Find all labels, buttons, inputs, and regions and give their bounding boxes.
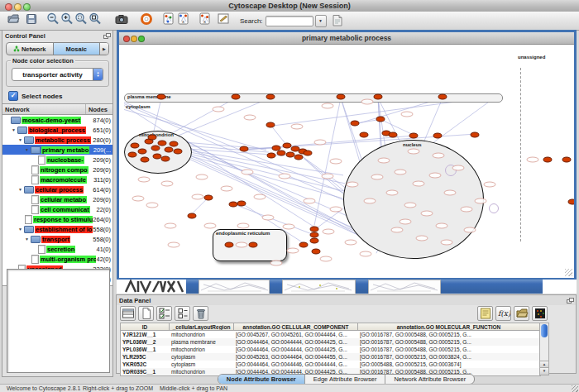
select-nodes-checkbox[interactable]: ✓ xyxy=(8,91,18,101)
graph-node[interactable] xyxy=(131,143,140,149)
tree-row-nitrogen-compo[interactable]: nitrogen compo209(0) xyxy=(2,165,112,174)
graph-node[interactable] xyxy=(433,133,443,139)
tree-row-secretion[interactable]: secretion41(0) xyxy=(2,244,112,254)
graph-node[interactable] xyxy=(310,227,319,232)
background-window-sliver[interactable] xyxy=(356,280,368,294)
graph-node[interactable] xyxy=(568,199,575,205)
float-panel-icon[interactable] xyxy=(103,33,110,39)
tab-network-attribute-browser[interactable]: Network Attribute Browser xyxy=(385,375,474,384)
new-attribute-icon[interactable] xyxy=(138,306,154,321)
table-row[interactable]: YPL036W__2plasma membrane[GO:0044464, GO… xyxy=(121,338,540,346)
graph-node[interactable] xyxy=(188,213,197,219)
tree-row-primary-metabo[interactable]: ▼primary metabo209(... xyxy=(2,145,112,155)
expand-arrow-icon[interactable]: ▼ xyxy=(17,187,23,192)
scrollbar-thumb[interactable] xyxy=(541,324,548,337)
graph-node[interactable] xyxy=(266,94,275,100)
tree-row-biological-process[interactable]: ▼biological_process651(0) xyxy=(2,125,112,135)
tab-node-attribute-browser[interactable]: Node Attribute Browser xyxy=(218,375,304,384)
tree-row-nucleobase-[interactable]: nucleobase-209(0) xyxy=(2,155,112,165)
edge[interactable] xyxy=(154,98,161,131)
tree-row-transport[interactable]: ▼transport558(0) xyxy=(2,234,112,244)
graph-node[interactable] xyxy=(157,94,166,100)
graph-node[interactable] xyxy=(266,122,275,128)
select-attributes-icon[interactable] xyxy=(156,306,172,321)
color-attribute-dropdown[interactable]: transporter activity ▲▼ xyxy=(12,68,103,81)
graph-node[interactable] xyxy=(232,94,241,100)
graph-node[interactable] xyxy=(351,121,360,127)
background-window-sliver[interactable] xyxy=(199,280,270,294)
zoom-selected-icon[interactable] xyxy=(74,12,88,26)
edge[interactable] xyxy=(190,155,364,232)
graph-node[interactable] xyxy=(165,147,174,153)
graph-node[interactable] xyxy=(471,132,480,138)
formula-builder-icon[interactable]: f(x) xyxy=(495,306,511,321)
background-window-sliver[interactable] xyxy=(270,280,282,294)
tree-row-cell-communicat[interactable]: cell communicat22(0) xyxy=(2,204,112,214)
graph-node[interactable] xyxy=(376,117,385,122)
zoom-out-icon[interactable] xyxy=(46,12,60,26)
graph-node[interactable] xyxy=(562,157,572,163)
graph-node[interactable] xyxy=(310,238,319,244)
graph-node[interactable] xyxy=(389,132,398,138)
table-row[interactable]: YJR121W__1mitochondrion[GO:0045267, GO:0… xyxy=(121,331,540,338)
edge[interactable] xyxy=(167,98,236,136)
edge[interactable] xyxy=(189,154,347,192)
notes-icon[interactable] xyxy=(477,306,493,321)
tree-row-cellular-process[interactable]: ▼cellular process614(0) xyxy=(2,184,112,194)
graph-node[interactable] xyxy=(299,242,309,248)
graph-node[interactable] xyxy=(170,141,179,147)
snapshot-icon[interactable] xyxy=(115,12,128,26)
background-window-sliver[interactable] xyxy=(368,280,441,294)
graph-node[interactable] xyxy=(161,156,170,162)
edit-card-icon[interactable] xyxy=(217,12,230,26)
tree-row-response-to-stimulu[interactable]: response to stimulu264(0) xyxy=(2,214,112,224)
graph-node[interactable] xyxy=(249,242,258,248)
graph-node[interactable] xyxy=(374,94,383,100)
tab-network[interactable]: Network xyxy=(7,43,53,55)
open-file-icon[interactable] xyxy=(7,12,20,26)
zoom-fit-icon[interactable] xyxy=(89,12,102,26)
vizmap-card-icon[interactable]: x xyxy=(199,12,212,26)
float-data-panel-icon[interactable] xyxy=(567,298,573,304)
background-window-sliver[interactable] xyxy=(186,280,199,294)
expand-arrow-icon[interactable]: ▼ xyxy=(24,237,30,241)
graph-node[interactable] xyxy=(294,155,304,160)
column-header[interactable]: ID xyxy=(121,323,170,331)
graph-node[interactable] xyxy=(174,149,183,155)
background-window-sliver[interactable] xyxy=(441,280,543,294)
save-session-icon[interactable] xyxy=(25,12,38,26)
graph-node[interactable] xyxy=(128,152,137,158)
canvas-resize-grip[interactable] xyxy=(565,269,572,276)
tree-row-establishment-of-lo[interactable]: ▼establishment of lo558(0) xyxy=(2,224,112,234)
tree-row-mosaic-demo-yeast[interactable]: mosaic-demo-yeast874(0) xyxy=(2,115,112,125)
table-row[interactable]: YLR295Ccytoplasm[GO:0045263, GO:0044464,… xyxy=(121,353,540,361)
app-resize-grip[interactable] xyxy=(572,385,578,392)
table-row[interactable]: YKR052Ccytoplasm[GO:0044464, GO:0044446,… xyxy=(121,361,540,368)
layout-card-icon[interactable]: x xyxy=(177,12,190,26)
graph-node[interactable] xyxy=(304,151,313,156)
network-card-icon[interactable] xyxy=(162,12,175,26)
column-header[interactable]: _cellularLayoutRegion xyxy=(170,323,234,331)
graph-node[interactable] xyxy=(312,249,321,255)
table-scrollbar[interactable]: ▲ ▼ xyxy=(539,323,549,375)
help-icon[interactable] xyxy=(140,12,153,26)
graph-node[interactable] xyxy=(151,146,160,151)
graph-node[interactable] xyxy=(277,151,286,156)
background-window-sliver[interactable] xyxy=(543,280,577,294)
tree-row-metabolic-process[interactable]: ▼metabolic process280(0) xyxy=(2,135,112,145)
column-header[interactable]: annotation.GO CELLULAR_COMPONENT xyxy=(234,323,358,331)
graph-node[interactable] xyxy=(237,201,246,207)
background-window-sliver[interactable] xyxy=(123,280,186,294)
tree-row-macromolecule[interactable]: macromolecule311(0) xyxy=(2,174,112,184)
network-canvas[interactable]: plasma membrane cytoplasm mitochondrion … xyxy=(119,45,574,278)
graph-node[interactable] xyxy=(409,133,419,139)
search-dropdown-button[interactable]: ▼ xyxy=(315,15,327,27)
birds-eye-view[interactable] xyxy=(7,269,110,373)
search-input[interactable] xyxy=(266,16,313,26)
import-attributes-icon[interactable] xyxy=(514,306,529,321)
tab-mosaic[interactable]: Mosaic xyxy=(53,43,100,55)
delete-attribute-icon[interactable] xyxy=(193,306,208,321)
graph-node[interactable] xyxy=(310,232,319,238)
unselect-attributes-icon[interactable] xyxy=(175,306,190,321)
more-tabs-button[interactable]: ▶ xyxy=(99,43,108,55)
